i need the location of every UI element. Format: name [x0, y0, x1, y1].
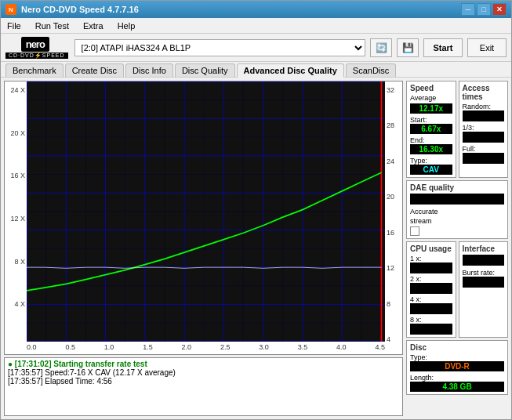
close-button[interactable]: ✕: [492, 3, 507, 16]
interface-value: [463, 255, 505, 266]
start-label: Start:: [410, 116, 452, 124]
speed-title: Speed: [410, 84, 452, 92]
right-panel: Speed Average 12.17x Start: 6.67x End: 1…: [406, 81, 508, 416]
dae-section: DAE quality Accurate stream: [406, 180, 508, 239]
log-line-1: ● [17:31:02] Starting transfer rate test: [8, 360, 399, 368]
title-controls: ─ □ ✕: [461, 3, 507, 16]
avg-label: Average: [410, 94, 452, 102]
menu-help[interactable]: Help: [114, 20, 139, 31]
avg-value: 12.17x: [410, 103, 452, 114]
full-label: Full:: [463, 145, 505, 153]
disc-section: Disc Type: DVD-R Length: 4.38 GB: [406, 340, 508, 395]
tab-benchmark[interactable]: Benchmark: [5, 63, 64, 77]
cpu-section: CPU usage 1 x: 2 x: 4 x: 8 x:: [406, 241, 456, 338]
end-label: End:: [410, 136, 452, 144]
y-axis-right: 32 28 24 20 16 12 8 4: [385, 81, 402, 354]
drive-select[interactable]: [2:0] ATAPI iHAS324 A BL1P: [74, 39, 365, 56]
dae-value: [410, 194, 504, 205]
tab-bar: Benchmark Create Disc Disc Info Disc Qua…: [1, 62, 511, 78]
minimize-button[interactable]: ─: [461, 3, 475, 16]
1x-value: [410, 262, 452, 273]
start-value: 6.67x: [410, 124, 452, 134]
dae-title: DAE quality: [410, 183, 504, 192]
stream-label: stream: [410, 217, 504, 225]
chart-plot: [27, 81, 385, 342]
interface-section: Interface Burst rate:: [459, 241, 509, 338]
4x-label: 4 x:: [410, 295, 452, 303]
disc-title: Disc: [410, 343, 504, 352]
exit-button[interactable]: Exit: [467, 38, 507, 57]
toolbar: nero CD·DVD⚡SPEED [2:0] ATAPI iHAS324 A …: [1, 34, 511, 62]
type-label: Type:: [410, 157, 452, 165]
maximize-button[interactable]: □: [477, 3, 491, 16]
tab-disc-quality[interactable]: Disc Quality: [175, 63, 235, 77]
disc-length-value: 4.38 GB: [410, 382, 504, 392]
random-value: [463, 110, 505, 121]
menu-bar: File Run Test Extra Help: [1, 18, 511, 34]
speed-section: Speed Average 12.17x Start: 6.67x End: 1…: [406, 81, 456, 178]
8x-value: [410, 324, 452, 335]
app-icon: N: [5, 4, 16, 15]
access-title: Access times: [463, 84, 505, 101]
start-button[interactable]: Start: [423, 38, 463, 57]
2x-label: 2 x:: [410, 275, 452, 283]
main-content: 24 X 20 X 16 X 12 X 8 X 4 X: [1, 78, 511, 419]
left-section: 24 X 20 X 16 X 12 X 8 X 4 X: [4, 81, 403, 416]
disc-type-value: DVD-R: [410, 361, 504, 371]
log-area[interactable]: ● [17:31:02] Starting transfer rate test…: [4, 357, 403, 416]
tab-create-disc[interactable]: Create Disc: [65, 63, 124, 77]
disc-type-label: Type:: [410, 353, 504, 361]
chart-inner: 0.0 0.5 1.0 1.5 2.0 2.5 3.0 3.5 4.0 4.5: [27, 81, 385, 354]
accurate-checkbox[interactable]: [410, 226, 419, 236]
burst-value: [463, 277, 505, 288]
access-section: Access times Random: 1/3: Full:: [459, 81, 509, 178]
accurate-label: Accurate: [410, 208, 504, 215]
log-line-2: [17:35:57] Speed:7-16 X CAV (12.17 X ave…: [8, 368, 399, 377]
onethird-value: [463, 132, 505, 143]
tab-advanced-disc-quality[interactable]: Advanced Disc Quality: [237, 63, 344, 78]
save-button[interactable]: 💾: [397, 38, 419, 57]
full-value: [463, 153, 505, 164]
chart-area: 24 X 20 X 16 X 12 X 8 X 4 X: [4, 81, 403, 355]
onethird-label: 1/3:: [463, 124, 505, 132]
1x-label: 1 x:: [410, 255, 452, 262]
tab-disc-info[interactable]: Disc Info: [125, 63, 173, 77]
random-label: Random:: [463, 103, 505, 110]
window-title: Nero CD-DVD Speed 4.7.7.16: [21, 5, 139, 14]
menu-file[interactable]: File: [4, 20, 24, 31]
4x-value: [410, 303, 452, 314]
refresh-button[interactable]: 🔄: [370, 38, 392, 57]
x-axis: 0.0 0.5 1.0 1.5 2.0 2.5 3.0 3.5 4.0 4.5: [27, 342, 385, 354]
menu-run-test[interactable]: Run Test: [32, 20, 72, 31]
y-axis-left: 24 X 20 X 16 X 12 X 8 X 4 X: [5, 81, 27, 354]
burst-label: Burst rate:: [463, 269, 505, 277]
log-line-3: [17:35:57] Elapsed Time: 4:56: [8, 377, 399, 386]
interface-title: Interface: [463, 244, 505, 253]
cpu-title: CPU usage: [410, 244, 452, 253]
tab-scan-disc[interactable]: ScanDisc: [346, 63, 396, 77]
type-value: CAV: [410, 165, 452, 175]
8x-label: 8 x:: [410, 316, 452, 324]
end-value: 16.30x: [410, 144, 452, 154]
disc-length-label: Length:: [410, 374, 504, 382]
nero-logo: nero: [21, 37, 49, 52]
main-window: N Nero CD-DVD Speed 4.7.7.16 ─ □ ✕ File …: [0, 0, 512, 420]
menu-extra[interactable]: Extra: [80, 20, 107, 31]
title-bar: N Nero CD-DVD Speed 4.7.7.16 ─ □ ✕: [1, 1, 511, 18]
2x-value: [410, 283, 452, 294]
